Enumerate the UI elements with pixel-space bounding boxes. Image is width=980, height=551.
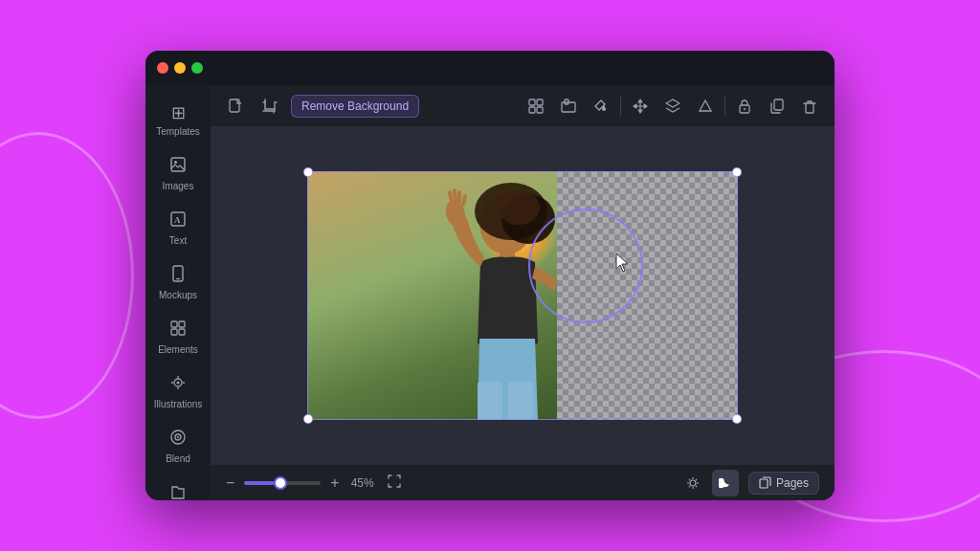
fill-icon[interactable] bbox=[588, 93, 614, 120]
triangle-icon[interactable] bbox=[692, 93, 719, 120]
templates-label: Templates bbox=[156, 126, 200, 137]
toolbar-divider-2 bbox=[724, 97, 725, 116]
svg-rect-40 bbox=[508, 382, 533, 420]
svg-rect-6 bbox=[171, 321, 177, 327]
images-label: Images bbox=[163, 181, 194, 191]
svg-text:A: A bbox=[174, 215, 181, 225]
delete-icon[interactable] bbox=[796, 93, 823, 120]
toolbar-divider-1 bbox=[620, 97, 621, 116]
move-icon[interactable] bbox=[627, 93, 654, 120]
svg-point-18 bbox=[177, 436, 179, 438]
zoom-slider-knob[interactable] bbox=[274, 476, 287, 490]
pages-label: Pages bbox=[776, 476, 809, 490]
svg-line-48 bbox=[696, 478, 697, 479]
sidebar-item-text[interactable]: A Text bbox=[150, 203, 206, 253]
zoom-slider-fill bbox=[244, 481, 275, 485]
fit-to-screen-icon[interactable] bbox=[388, 474, 401, 491]
blend-label: Blend bbox=[166, 453, 190, 464]
svg-rect-20 bbox=[529, 99, 535, 105]
sidebar-item-myfiles[interactable]: My Files bbox=[150, 475, 206, 500]
copy-icon[interactable] bbox=[764, 93, 791, 120]
maximize-button[interactable] bbox=[191, 62, 203, 74]
canvas-area: Remove Background bbox=[211, 85, 835, 500]
elements-label: Elements bbox=[158, 344, 198, 355]
new-document-icon[interactable] bbox=[222, 93, 249, 120]
grid-icon[interactable] bbox=[523, 93, 549, 120]
svg-rect-21 bbox=[537, 99, 543, 105]
sidebar-item-elements[interactable]: Elements bbox=[150, 312, 206, 363]
mockups-label: Mockups bbox=[159, 290, 197, 300]
app-window: ⊞ Templates Images A bbox=[145, 51, 835, 500]
svg-rect-50 bbox=[760, 479, 768, 488]
light-theme-icon[interactable] bbox=[679, 470, 706, 496]
svg-point-1 bbox=[174, 161, 177, 164]
zoom-slider[interactable] bbox=[244, 481, 321, 485]
sidebar-item-blend[interactable]: Blend bbox=[150, 421, 206, 472]
svg-rect-9 bbox=[179, 329, 185, 335]
svg-rect-28 bbox=[774, 99, 783, 110]
zoom-value: 45% bbox=[351, 476, 374, 490]
blend-icon bbox=[169, 429, 187, 451]
bg-decoration-left bbox=[0, 132, 134, 419]
sidebar-item-templates[interactable]: ⊞ Templates bbox=[150, 95, 206, 144]
svg-line-47 bbox=[696, 485, 697, 486]
toolbar: Remove Background bbox=[211, 85, 835, 127]
images-icon bbox=[169, 156, 187, 178]
lock-icon[interactable] bbox=[731, 93, 758, 120]
main-content: ⊞ Templates Images A bbox=[145, 85, 835, 500]
svg-point-15 bbox=[177, 382, 180, 385]
status-bar: − + 45% bbox=[211, 464, 835, 500]
sidebar-item-images[interactable]: Images bbox=[150, 148, 206, 199]
svg-rect-7 bbox=[179, 321, 185, 327]
frame-icon[interactable] bbox=[555, 93, 582, 120]
zoom-minus-button[interactable]: − bbox=[226, 474, 234, 492]
crop-icon[interactable] bbox=[256, 93, 283, 120]
zoom-plus-button[interactable]: + bbox=[330, 474, 339, 492]
sidebar-item-illustrations[interactable]: Illustrations bbox=[150, 366, 206, 417]
svg-line-35 bbox=[450, 192, 452, 202]
templates-icon: ⊞ bbox=[171, 102, 186, 123]
svg-point-32 bbox=[498, 190, 540, 225]
layers-icon[interactable] bbox=[659, 93, 686, 120]
pages-button[interactable]: Pages bbox=[748, 472, 819, 495]
svg-rect-39 bbox=[478, 382, 502, 420]
svg-rect-8 bbox=[171, 329, 177, 335]
elements-icon bbox=[169, 320, 187, 342]
illustrations-icon bbox=[169, 374, 187, 396]
svg-line-46 bbox=[689, 478, 690, 479]
svg-point-27 bbox=[744, 108, 746, 110]
sidebar-item-mockups[interactable]: Mockups bbox=[150, 257, 206, 308]
sidebar: ⊞ Templates Images A bbox=[145, 85, 211, 500]
remove-background-button[interactable]: Remove Background bbox=[291, 95, 419, 118]
text-icon: A bbox=[169, 210, 187, 232]
svg-rect-23 bbox=[537, 107, 543, 113]
dark-theme-icon[interactable] bbox=[712, 470, 739, 496]
svg-rect-0 bbox=[171, 158, 185, 171]
toolbar-right bbox=[523, 93, 823, 120]
mockups-icon bbox=[169, 265, 187, 287]
svg-line-49 bbox=[689, 485, 690, 486]
text-label: Text bbox=[169, 235, 187, 246]
illustrations-label: Illustrations bbox=[154, 399, 203, 409]
minimize-button[interactable] bbox=[174, 62, 186, 74]
image-container bbox=[307, 171, 738, 420]
myfiles-icon bbox=[169, 483, 187, 500]
svg-rect-22 bbox=[529, 107, 535, 113]
canvas[interactable] bbox=[211, 127, 835, 464]
close-button[interactable] bbox=[157, 62, 168, 74]
svg-line-38 bbox=[463, 196, 465, 205]
svg-line-36 bbox=[455, 190, 456, 200]
title-bar bbox=[145, 51, 835, 85]
photo-canvas bbox=[307, 171, 738, 420]
brush-circle bbox=[528, 209, 643, 323]
theme-toggle-group bbox=[679, 470, 739, 496]
svg-point-41 bbox=[690, 480, 696, 486]
